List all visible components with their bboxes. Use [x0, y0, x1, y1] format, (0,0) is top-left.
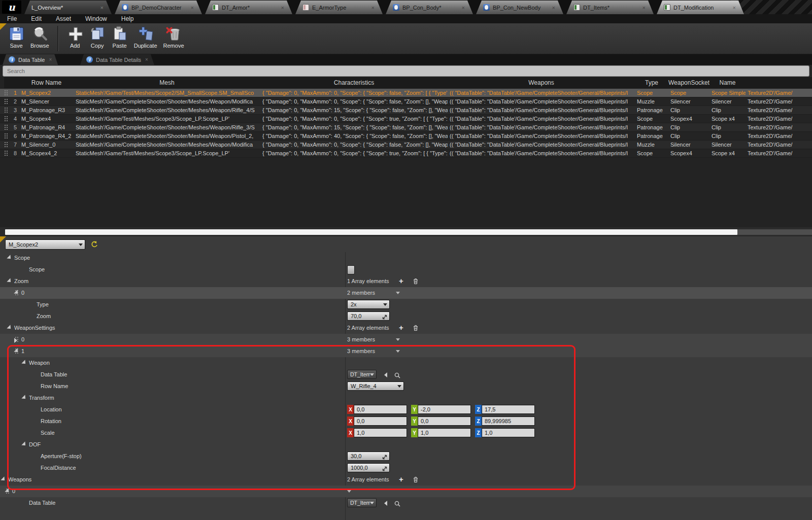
- y-value-input[interactable]: 0,0: [418, 417, 471, 426]
- close-tab-icon[interactable]: ×: [95, 5, 104, 11]
- scrollbar-track[interactable]: [737, 229, 812, 235]
- remove-button[interactable]: Remove: [163, 25, 184, 49]
- table-cell[interactable]: (( "DataTable": "DataTable'/Game/Complet…: [448, 97, 635, 106]
- table-cell[interactable]: Patronage: [635, 132, 668, 140]
- table-cell[interactable]: Muzzle: [635, 97, 668, 106]
- collapsed-arrow-icon[interactable]: [14, 338, 17, 343]
- y-value-input[interactable]: 1,0: [418, 428, 471, 437]
- table-cell[interactable]: { "Damage": 0, "MaxAmmo": 0, "Scope": { …: [260, 115, 448, 123]
- table-cell[interactable]: { "Damage": 0, "MaxAmmo": 15, "Scope": {…: [260, 106, 448, 114]
- table-cell[interactable]: Texture2D'/Game/: [746, 89, 812, 97]
- copy-button[interactable]: Copy: [89, 25, 106, 49]
- table-cell[interactable]: { "Damage": 0, "MaxAmmo": 15, "Scope": {…: [260, 123, 448, 131]
- close-tab-icon[interactable]: ×: [457, 5, 465, 11]
- table-cell[interactable]: (( "DataTable": "DataTable'/Game/Complet…: [448, 89, 635, 97]
- table-row-m_scopex2[interactable]: 1M_Scopex2StaticMesh'/Game/Test/Meshes/S…: [0, 89, 812, 97]
- numeric-spinbox[interactable]: 70,0: [347, 311, 390, 321]
- row-drag-handle-icon[interactable]: [5, 99, 6, 100]
- table-cell[interactable]: M_Scopex4: [19, 115, 74, 123]
- close-tab-icon[interactable]: ×: [186, 5, 194, 11]
- column-header[interactable]: Mesh: [74, 77, 261, 88]
- menu-item-window[interactable]: Window: [78, 15, 114, 22]
- table-cell[interactable]: { "Damage": 0, "MaxAmmo": 40, "Scope": {…: [260, 132, 448, 140]
- x-value-input[interactable]: 0,0: [354, 405, 407, 414]
- element-options-dropdown-icon[interactable]: [396, 338, 400, 341]
- table-cell[interactable]: { "Damage": 0, "MaxAmmo": 0, "Scope": { …: [260, 97, 448, 106]
- table-cell[interactable]: Silencer: [668, 141, 709, 149]
- table-cell[interactable]: Silencer: [709, 141, 746, 149]
- table-cell[interactable]: { "Damage": 0, "MaxAmmo": 0, "Scope": { …: [260, 141, 448, 149]
- add-element-icon[interactable]: +: [399, 475, 403, 483]
- table-cell[interactable]: Scope: [668, 89, 709, 97]
- table-cell[interactable]: Scopex4: [668, 149, 709, 157]
- expanded-arrow-icon[interactable]: [21, 441, 27, 447]
- close-tab-icon[interactable]: ×: [49, 57, 52, 62]
- table-cell[interactable]: M_Silencer: [19, 97, 74, 106]
- table-cell[interactable]: Clip: [668, 123, 709, 131]
- row-drag-handle-icon[interactable]: [5, 133, 6, 134]
- paste-button[interactable]: Paste: [112, 25, 128, 49]
- table-row-m_patronage_r4[interactable]: 5M_Patronage_R4StaticMesh'/Game/Complete…: [0, 123, 812, 132]
- table-cell[interactable]: Clip: [668, 132, 709, 140]
- browse-button[interactable]: Browse: [30, 25, 49, 49]
- search-input[interactable]: Search: [3, 65, 809, 77]
- table-cell[interactable]: Scope x4: [709, 115, 746, 123]
- table-cell[interactable]: StaticMesh'/Game/Test/Meshes/Scope2/SM_S…: [74, 89, 260, 97]
- details-row-0[interactable]: 02 members: [0, 287, 812, 299]
- spinner-grip-icon[interactable]: [382, 465, 388, 471]
- column-header[interactable]: WeaponSocket: [668, 77, 710, 88]
- value-dropdown[interactable]: 2x: [347, 300, 390, 309]
- asset-tab-l_overview[interactable]: L_Overview*×: [24, 1, 112, 14]
- panel-tab-data-table[interactable]: iData Table×: [3, 54, 58, 65]
- row-drag-handle-icon[interactable]: [5, 142, 6, 143]
- table-cell[interactable]: Clip: [709, 106, 746, 114]
- table-row-m_silencer[interactable]: 2M_SilencerStaticMesh'/Game/CompleteShoo…: [0, 97, 812, 106]
- menu-item-help[interactable]: Help: [114, 15, 141, 22]
- table-cell[interactable]: Silencer: [709, 97, 746, 106]
- asset-picker-dropdown[interactable]: DT_Items: [347, 370, 377, 379]
- table-cell[interactable]: (( "DataTable": "DataTable'/Game/Complet…: [448, 123, 635, 131]
- delete-elements-icon[interactable]: [412, 476, 419, 483]
- use-selected-asset-icon[interactable]: [383, 371, 389, 378]
- z-value-input[interactable]: 17,5: [482, 405, 535, 414]
- use-selected-asset-icon[interactable]: [383, 500, 389, 507]
- row-drag-handle-icon[interactable]: [5, 125, 6, 126]
- row-drag-handle-icon[interactable]: [5, 116, 6, 117]
- table-cell[interactable]: StaticMesh'/Game/CompleteShooter/Shooter…: [74, 123, 260, 131]
- numeric-spinbox[interactable]: 1000,0: [347, 463, 390, 472]
- table-row-m_patronage_r4_2[interactable]: 6M_Patronage_R4_2StaticMesh'/Game/Comple…: [0, 132, 812, 141]
- table-cell[interactable]: StaticMesh'/Game/CompleteShooter/Shooter…: [74, 106, 260, 114]
- add-button[interactable]: Add: [67, 25, 83, 49]
- column-header[interactable]: [746, 77, 812, 88]
- table-cell[interactable]: Clip: [709, 132, 746, 140]
- table-cell[interactable]: StaticMesh'/Game/CompleteShooter/Shooter…: [74, 97, 260, 106]
- table-cell[interactable]: (( "DataTable": "DataTable'/Game/Complet…: [448, 115, 635, 123]
- row-drag-handle-icon[interactable]: [5, 90, 6, 91]
- close-tab-icon[interactable]: ×: [276, 5, 284, 11]
- close-tab-icon[interactable]: ×: [145, 57, 148, 62]
- expanded-arrow-icon[interactable]: [21, 360, 27, 365]
- details-row-0[interactable]: 03 members: [0, 334, 812, 345]
- table-cell[interactable]: Texture2D'/Game/: [746, 97, 812, 106]
- row-drag-handle-icon[interactable]: [5, 108, 6, 109]
- asset-tab-dt_modification[interactable]: DT_Modification×: [657, 1, 744, 14]
- x-value-input[interactable]: 1,0: [354, 428, 407, 437]
- table-cell[interactable]: (( "DataTable": "DataTable'/Game/Complet…: [448, 141, 635, 149]
- asset-tab-e_armortype[interactable]: E_ArmorType×: [295, 1, 383, 14]
- table-cell[interactable]: M_Patronage_R4_2: [19, 132, 74, 140]
- table-cell[interactable]: M_Silencer_0: [19, 141, 74, 149]
- table-cell[interactable]: Texture2D'/Game/: [746, 132, 812, 140]
- table-cell[interactable]: StaticMesh'/Game/CompleteShooter/Shooter…: [74, 132, 260, 140]
- table-cell[interactable]: M_Scopex4_2: [19, 149, 74, 157]
- z-value-input[interactable]: 89,999985: [482, 417, 535, 426]
- expanded-arrow-icon[interactable]: [1, 476, 6, 482]
- table-row-m_silencer_0[interactable]: 7M_Silencer_0StaticMesh'/Game/CompleteSh…: [0, 141, 812, 149]
- column-header[interactable]: Name: [709, 77, 746, 88]
- close-tab-icon[interactable]: ×: [637, 5, 646, 11]
- row-drag-handle-icon[interactable]: [5, 151, 6, 152]
- element-options-dropdown-icon[interactable]: [396, 292, 400, 294]
- column-header[interactable]: Type: [635, 77, 669, 88]
- reset-to-default-icon[interactable]: [90, 240, 98, 249]
- table-cell[interactable]: Scope: [635, 115, 668, 123]
- spinner-grip-icon[interactable]: [382, 313, 388, 319]
